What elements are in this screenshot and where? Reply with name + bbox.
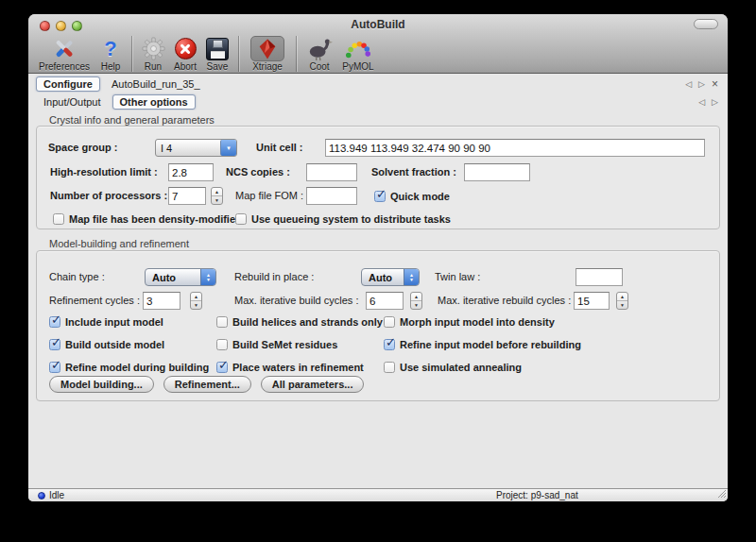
abort-button[interactable]: Abort: [169, 36, 201, 74]
tab-next-button[interactable]: ▷: [698, 79, 705, 89]
save-button[interactable]: Save: [201, 36, 233, 74]
help-button[interactable]: ? Help: [94, 36, 127, 74]
max-rebuild-cycles-input[interactable]: [574, 292, 610, 310]
tab-autobuild-run-35[interactable]: AutoBuild_run_35_: [104, 76, 208, 92]
coot-label: Coot: [309, 61, 329, 72]
max-rebuild-cycles-stepper[interactable]: ▲▼: [616, 292, 628, 310]
tab-prev-button[interactable]: ◁: [685, 79, 692, 89]
status-bar: Idle Project: p9-sad_nat: [28, 488, 728, 501]
toolbar-separator: [131, 36, 132, 72]
pymol-label: PyMOL: [342, 61, 373, 72]
spin-up-icon: ▲: [212, 188, 222, 196]
coot-bird-icon: [305, 36, 334, 61]
model-group-title: Model-building and refinement: [49, 238, 189, 249]
refine-during-building-checkbox[interactable]: ✓Refine model during building: [49, 361, 209, 374]
titlebar[interactable]: AutoBuild: [28, 14, 728, 35]
preferences-button[interactable]: Preferences: [34, 36, 94, 74]
coot-button[interactable]: Coot: [301, 36, 337, 74]
build-semet-checkbox[interactable]: ✓Build SeMet residues: [216, 338, 337, 351]
subtab-prev-button[interactable]: ◁: [698, 97, 705, 107]
simulated-annealing-checkbox[interactable]: ✓Use simulated annealing: [384, 361, 522, 374]
desktop-background: AutoBuild: [0, 0, 756, 542]
autobuild-window: AutoBuild: [28, 14, 728, 501]
queueing-checkbox[interactable]: ✓ Use queueing system to distribute task…: [235, 212, 451, 226]
abort-label: Abort: [174, 61, 197, 72]
high-res-label: High-resolution limit :: [50, 163, 158, 181]
crystal-group-box: Space group : I 4 ▼ Unit cell : High-res…: [36, 126, 720, 229]
twin-law-input[interactable]: [576, 268, 623, 286]
space-group-value: I 4: [156, 143, 220, 154]
twin-law-label: Twin law :: [435, 268, 480, 286]
chain-type-popup[interactable]: Auto ▲▼: [145, 268, 216, 286]
rebuild-in-place-value: Auto: [362, 272, 404, 283]
map-fom-input[interactable]: [306, 187, 357, 205]
ncs-copies-input[interactable]: [306, 163, 357, 181]
window-title: AutoBuild: [28, 18, 728, 31]
check-icon: ✓: [51, 313, 61, 327]
model-group-box: Chain type : Auto ▲▼ Rebuild in place : …: [36, 250, 720, 401]
tab-other-options[interactable]: Other options: [112, 94, 196, 110]
density-modified-checkbox[interactable]: ✓ Map file has been density-modified: [53, 212, 242, 226]
checkbox-box[interactable]: ✓: [374, 191, 386, 202]
solvent-fraction-label: Solvent fraction :: [371, 163, 456, 181]
tab-input-output[interactable]: Input/Output: [36, 94, 109, 110]
refinement-button[interactable]: Refinement...: [163, 376, 251, 393]
space-group-combobox[interactable]: I 4 ▼: [155, 139, 237, 157]
tab-close-button[interactable]: ×: [712, 79, 718, 89]
checkbox-box[interactable]: ✓: [53, 213, 64, 225]
popup-arrows-icon[interactable]: ▲▼: [200, 269, 215, 285]
xtriage-icon: [250, 36, 284, 61]
build-helices-strands-checkbox[interactable]: ✓Build helices and strands only: [216, 315, 383, 329]
nproc-stepper[interactable]: ▲▼: [211, 187, 223, 205]
check-icon: ✓: [376, 187, 387, 201]
xtriage-button[interactable]: Xtriage: [244, 36, 291, 74]
pymol-button[interactable]: PyMOL: [337, 36, 379, 74]
nproc-label: Number of processors :: [50, 187, 167, 205]
toolbar-separator: [296, 36, 297, 72]
subtab-next-button[interactable]: ▷: [712, 97, 718, 107]
refine-input-before-rebuild-checkbox[interactable]: ✓Refine input model before rebuilding: [384, 338, 581, 351]
chevron-down-icon[interactable]: ▼: [220, 140, 236, 156]
status-idle-icon: [38, 492, 45, 500]
project-label: Project: p9-sad_nat: [496, 490, 578, 500]
all-parameters-button[interactable]: All parameters...: [261, 376, 365, 393]
rebuild-in-place-popup[interactable]: Auto ▲▼: [361, 268, 420, 286]
build-outside-model-checkbox[interactable]: ✓Build outside model: [49, 338, 164, 351]
unit-cell-input[interactable]: [325, 139, 705, 157]
include-input-model-checkbox[interactable]: ✓Include input model: [49, 315, 163, 329]
abort-icon: [175, 36, 197, 61]
model-building-button[interactable]: Model building...: [49, 376, 154, 393]
popup-arrows-icon[interactable]: ▲▼: [404, 269, 419, 285]
solvent-fraction-input[interactable]: [464, 163, 530, 181]
spin-down-icon: ▼: [212, 196, 222, 204]
run-button[interactable]: Run: [137, 36, 169, 74]
check-icon: ✓: [218, 358, 229, 372]
check-icon: ✓: [51, 358, 61, 372]
map-fom-label: Map file FOM :: [235, 187, 303, 205]
toolbar-toggle-pill-button[interactable]: [694, 19, 718, 29]
save-floppy-icon: [206, 36, 229, 61]
save-label: Save: [207, 61, 229, 72]
run-tab-bar: Configure AutoBuild_run_35_ ◁ ▷ ×: [28, 75, 728, 93]
refinement-cycles-input[interactable]: [143, 292, 180, 310]
max-build-cycles-stepper[interactable]: ▲▼: [410, 292, 422, 310]
checkbox-box[interactable]: ✓: [235, 213, 247, 225]
check-icon: ✓: [386, 335, 396, 349]
quick-mode-checkbox[interactable]: ✓ Quick mode: [374, 190, 450, 203]
morph-input-model-checkbox[interactable]: ✓Morph input model into density: [384, 315, 555, 329]
preferences-label: Preferences: [39, 61, 90, 72]
max-build-cycles-input[interactable]: [366, 292, 404, 310]
place-waters-checkbox[interactable]: ✓Place waters in refinement: [216, 361, 364, 374]
pymol-ribbon-icon: [344, 36, 372, 61]
chain-type-label: Chain type :: [49, 268, 105, 286]
rebuild-in-place-label: Rebuild in place :: [234, 268, 314, 286]
xtriage-label: Xtriage: [252, 61, 283, 72]
refinement-cycles-stepper[interactable]: ▲▼: [190, 292, 202, 310]
resize-grip[interactable]: [716, 488, 727, 500]
nproc-input[interactable]: [168, 187, 206, 205]
tab-configure[interactable]: Configure: [36, 76, 100, 92]
toolbar-separator: [238, 36, 239, 72]
high-res-input[interactable]: [168, 163, 214, 181]
preferences-icon: [51, 36, 77, 61]
help-label: Help: [101, 61, 121, 72]
